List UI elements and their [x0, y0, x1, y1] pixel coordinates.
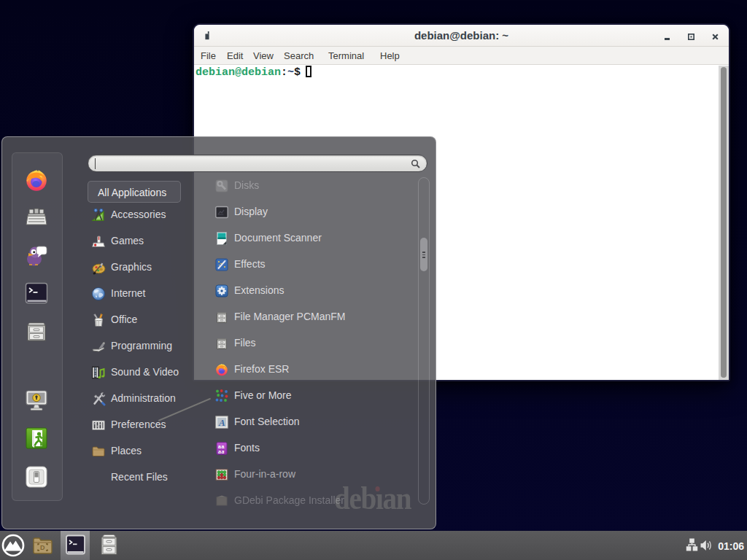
svg-text:a a: a a — [218, 449, 224, 454]
svg-text:D: D — [40, 544, 45, 551]
svg-text:a a: a a — [218, 444, 224, 449]
svg-text:A: A — [218, 417, 225, 428]
